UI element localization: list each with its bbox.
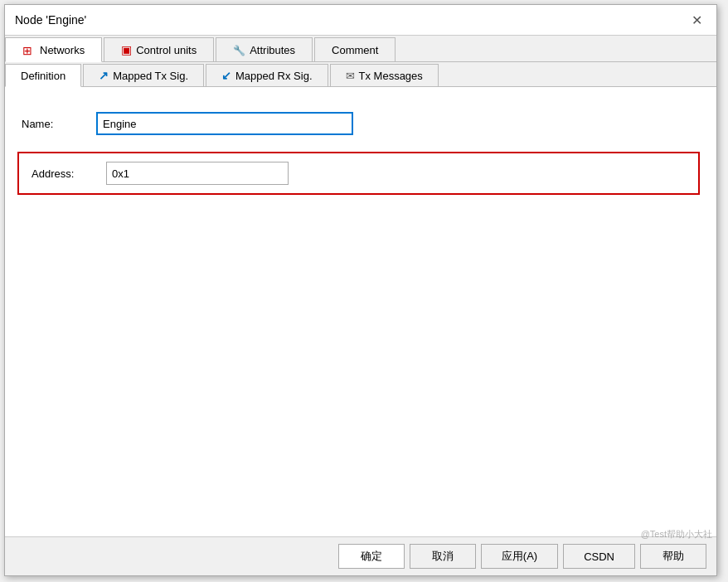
mapped-tx-icon: [99, 69, 109, 82]
content-area: Name: Address:: [5, 87, 716, 536]
name-label: Name:: [22, 118, 88, 130]
window-title: Node 'Engine': [15, 13, 86, 27]
control-units-icon: [121, 43, 132, 56]
confirm-button[interactable]: 确定: [338, 544, 405, 569]
mapped-rx-icon: [221, 69, 231, 82]
tab-mapped-rx[interactable]: Mapped Rx Sig.: [206, 64, 328, 86]
tab-definition-label: Definition: [21, 70, 66, 82]
tab-attributes[interactable]: Attributes: [216, 37, 313, 61]
tab-networks-label: Networks: [40, 44, 85, 56]
networks-icon: [22, 44, 36, 56]
apply-button[interactable]: 应用(A): [481, 544, 558, 569]
tab-comment-label: Comment: [332, 44, 378, 56]
tab-tx-messages[interactable]: Tx Messages: [330, 64, 439, 86]
tab-definition[interactable]: Definition: [5, 64, 81, 87]
tab-networks[interactable]: Networks: [5, 37, 102, 62]
main-tab-row: Networks Control units Attributes Commen…: [5, 36, 716, 62]
footer: 确定 取消 应用(A) CSDN 帮助: [5, 536, 716, 575]
csdn-button[interactable]: CSDN: [563, 544, 635, 569]
tab-mapped-rx-label: Mapped Rx Sig.: [235, 70, 313, 82]
tab-mapped-tx-label: Mapped Tx Sig.: [113, 70, 188, 82]
close-button[interactable]: ✕: [687, 10, 706, 30]
help-button[interactable]: 帮助: [640, 544, 706, 569]
dialog-window: Node 'Engine' ✕ Networks Control units A…: [4, 4, 717, 576]
tab-comment[interactable]: Comment: [314, 37, 396, 61]
name-input[interactable]: [96, 112, 353, 135]
address-wrapper: Address:: [17, 152, 700, 195]
address-input[interactable]: [106, 162, 289, 185]
tab-tx-messages-label: Tx Messages: [359, 70, 423, 82]
tx-messages-icon: [346, 70, 355, 82]
attributes-icon: [233, 44, 245, 56]
name-field-row: Name:: [22, 112, 700, 135]
tab-control-units[interactable]: Control units: [104, 37, 214, 61]
cancel-button[interactable]: 取消: [410, 544, 476, 569]
tab-control-units-label: Control units: [136, 44, 197, 56]
title-bar: Node 'Engine' ✕: [5, 5, 716, 36]
address-label: Address:: [32, 167, 98, 180]
tab-mapped-tx[interactable]: Mapped Tx Sig.: [83, 64, 204, 86]
tab-attributes-label: Attributes: [250, 44, 295, 56]
sub-tab-row: Definition Mapped Tx Sig. Mapped Rx Sig.…: [5, 62, 716, 87]
